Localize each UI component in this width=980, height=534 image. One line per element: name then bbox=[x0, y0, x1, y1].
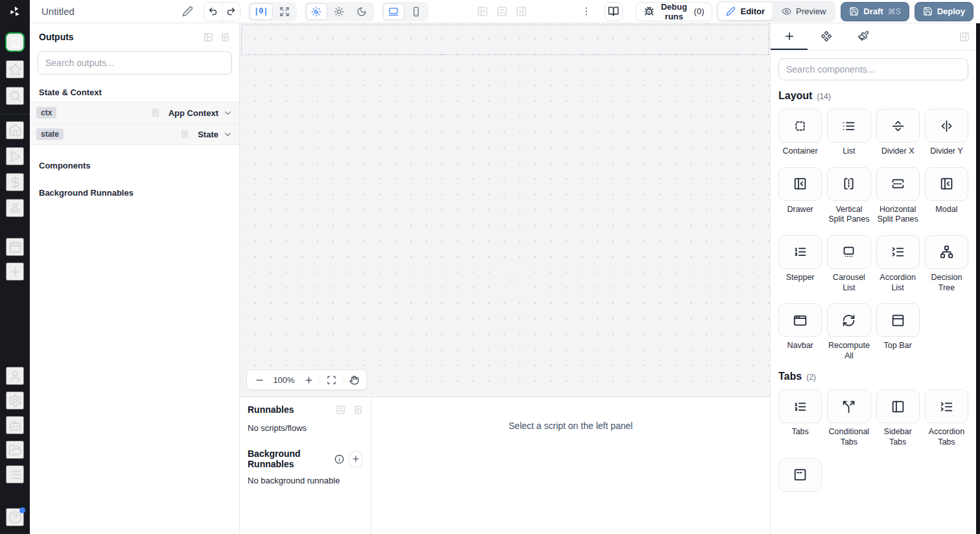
theme-dark-button[interactable] bbox=[351, 3, 373, 20]
container-icon bbox=[793, 119, 807, 133]
state-row-state[interactable]: stateState bbox=[30, 124, 239, 145]
component-card-top-bar[interactable] bbox=[876, 303, 920, 337]
component-card-divider-y[interactable] bbox=[925, 109, 968, 143]
canvas-drop-slot[interactable] bbox=[241, 25, 769, 55]
component-card-carousel-list[interactable] bbox=[827, 235, 870, 269]
sidebar-item-folders[interactable] bbox=[6, 441, 24, 459]
component-card-accordion-list[interactable] bbox=[876, 235, 920, 269]
components-panel: Layout(14)ContainerListDivider XDivider … bbox=[770, 23, 976, 534]
zoom-level: 100% bbox=[270, 375, 298, 385]
rail-group-bottom bbox=[0, 367, 30, 483]
component-item-modal: Modal bbox=[925, 167, 968, 225]
panel-left-close-icon bbox=[793, 177, 807, 191]
add-background-runnable-button[interactable] bbox=[349, 450, 363, 468]
theme-auto-button[interactable] bbox=[306, 3, 327, 20]
chevron-down-icon[interactable] bbox=[223, 108, 233, 118]
sidebar-item-apps[interactable] bbox=[5, 32, 25, 52]
component-grid: TabsConditional TabsSidebar TabsAccordio… bbox=[778, 389, 968, 495]
component-item-recompute-all: Recompute All bbox=[827, 303, 870, 361]
search-components-input[interactable] bbox=[778, 58, 968, 80]
deploy-button[interactable]: Deploy bbox=[915, 2, 974, 21]
component-label: Navbar bbox=[787, 341, 813, 351]
zoom-in-button[interactable] bbox=[298, 370, 320, 389]
sidebar-item-variables[interactable] bbox=[6, 173, 24, 191]
device-desktop-button[interactable] bbox=[383, 3, 404, 20]
component-card-horizontal-split-panes[interactable] bbox=[876, 167, 920, 201]
component-card-recompute-all[interactable] bbox=[827, 303, 870, 337]
plus-tab-icon bbox=[784, 30, 795, 42]
theme-light-button[interactable] bbox=[329, 3, 350, 20]
search-outputs-input[interactable] bbox=[38, 51, 232, 75]
panel-right-toggle-icon[interactable] bbox=[516, 6, 527, 17]
plus-icon bbox=[8, 265, 22, 279]
collapse-components-icon[interactable] bbox=[959, 32, 970, 42]
zoom-fit-button[interactable]: |0| bbox=[250, 3, 273, 20]
component-label: Sidebar Tabs bbox=[876, 427, 920, 447]
state-key-badge: state bbox=[36, 128, 64, 140]
theme-auto-icon bbox=[311, 6, 321, 17]
preview-mode-button[interactable]: Preview bbox=[774, 3, 834, 20]
tab-styling[interactable] bbox=[845, 23, 881, 50]
component-card-container[interactable] bbox=[778, 109, 822, 143]
collapse-runnables-icon[interactable] bbox=[336, 405, 345, 415]
sidebar-item-home[interactable] bbox=[6, 121, 24, 139]
component-card-decision-tree[interactable] bbox=[925, 235, 968, 269]
component-card-list[interactable] bbox=[827, 109, 870, 143]
component-card-conditional-tabs[interactable] bbox=[827, 389, 870, 423]
outputs-doc-icon[interactable] bbox=[220, 32, 230, 42]
sidebar-item-resources[interactable] bbox=[6, 199, 24, 217]
panel-left-toggle-icon[interactable] bbox=[477, 6, 488, 17]
debug-runs-button[interactable]: Debug runs (0) bbox=[636, 2, 712, 21]
fit-view-button[interactable] bbox=[320, 370, 342, 389]
kebab-menu-icon bbox=[581, 6, 592, 17]
zoom-out-button[interactable] bbox=[248, 370, 270, 389]
component-card-hidden[interactable] bbox=[778, 458, 822, 492]
component-card-sidebar-tabs[interactable] bbox=[876, 389, 920, 423]
component-label: Horizontal Split Panes bbox=[876, 205, 920, 225]
sidebar-item-logs[interactable] bbox=[6, 465, 24, 483]
pan-button[interactable] bbox=[343, 370, 365, 389]
docs-button[interactable] bbox=[605, 2, 624, 21]
device-mobile-button[interactable] bbox=[406, 3, 427, 20]
folder-open-icon bbox=[8, 443, 22, 457]
panel-bottom-toggle-icon[interactable] bbox=[496, 6, 508, 17]
sidebar-item-user[interactable] bbox=[6, 367, 24, 385]
sidebar-item-settings[interactable] bbox=[6, 391, 24, 410]
component-card-modal[interactable] bbox=[925, 167, 968, 201]
editor-mode-button[interactable]: Editor bbox=[718, 3, 773, 20]
tab-insert-component[interactable] bbox=[771, 23, 808, 50]
panel-left-icon bbox=[891, 400, 905, 413]
component-item-drawer: Drawer bbox=[778, 167, 822, 225]
windmill-logo[interactable] bbox=[0, 0, 30, 23]
app-canvas[interactable]: 100% bbox=[240, 23, 770, 397]
dollar-icon bbox=[8, 176, 22, 189]
state-row-ctx[interactable]: ctxApp Context bbox=[30, 102, 239, 124]
more-menu-button[interactable] bbox=[581, 6, 592, 17]
sidebar-item-search[interactable] bbox=[6, 87, 24, 105]
component-card-drawer[interactable] bbox=[778, 167, 822, 201]
device-group bbox=[382, 2, 428, 21]
component-card-tabs[interactable] bbox=[778, 389, 822, 423]
plus-icon bbox=[304, 375, 314, 385]
undo-button[interactable] bbox=[204, 3, 222, 21]
tab-component-settings[interactable] bbox=[808, 23, 845, 50]
component-card-navbar[interactable] bbox=[778, 303, 822, 337]
component-card-stepper[interactable] bbox=[778, 235, 822, 269]
redo-button[interactable] bbox=[222, 3, 240, 21]
rail-group-extra bbox=[0, 238, 30, 281]
chevron-down-icon[interactable] bbox=[223, 130, 233, 139]
sidebar-item-add[interactable] bbox=[6, 262, 24, 281]
collapse-outputs-icon[interactable] bbox=[204, 32, 213, 42]
component-card-accordion-tabs[interactable] bbox=[925, 389, 968, 423]
sidebar-item-runs[interactable] bbox=[6, 147, 24, 165]
component-card-divider-x[interactable] bbox=[876, 109, 920, 143]
draft-button[interactable]: Draft ⌘S bbox=[841, 2, 909, 21]
runnables-doc-icon[interactable] bbox=[353, 405, 363, 415]
component-card-vertical-split-panes[interactable] bbox=[827, 167, 870, 201]
sidebar-item-favorites[interactable] bbox=[6, 60, 24, 78]
sidebar-item-workers[interactable] bbox=[6, 416, 24, 434]
edit-title-button[interactable] bbox=[182, 6, 193, 17]
app-window-icon bbox=[793, 314, 807, 327]
expand-canvas-button[interactable] bbox=[274, 3, 296, 20]
sidebar-item-schedules[interactable] bbox=[6, 238, 24, 256]
